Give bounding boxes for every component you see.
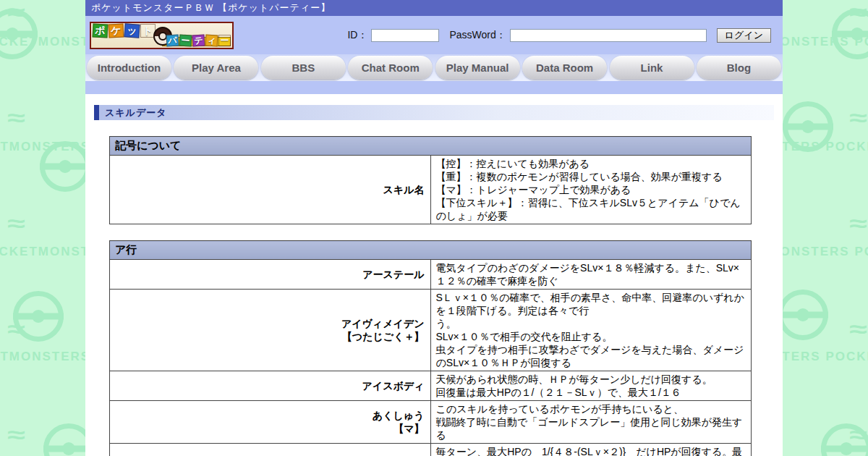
nav-item[interactable]: Data Room xyxy=(522,56,607,80)
skill-desc-cell: 電気タイプのわざのダメージをSLv×１８％軽減する。また、SLv×１２％の確率で… xyxy=(430,260,752,290)
nav-item[interactable]: BBS xyxy=(261,56,346,80)
id-label: ID： xyxy=(347,29,367,42)
table-row: スキル名 【控】：控えにいても効果がある 【重】：複数のポケモンが習得している場… xyxy=(110,156,752,224)
table-row: アーステール 電気タイプのわざのダメージをSLv×１８％軽減する。また、SLv×… xyxy=(110,260,752,290)
skill-name-cell: あさのひざし xyxy=(110,444,431,456)
skill-name-cell: アイスボディ xyxy=(110,371,431,401)
nav-item[interactable]: Blog xyxy=(697,56,781,80)
login-button[interactable]: ログイン xyxy=(717,28,771,43)
nav-item[interactable]: Link xyxy=(610,56,694,80)
skill-desc-cell: 【控】：控えにいても効果がある 【重】：複数のポケモンが習得している場合、効果が… xyxy=(430,156,752,224)
login-form: ID： PassWord： ログイン xyxy=(347,25,771,46)
logo-char: パ xyxy=(166,35,179,47)
logo-char: ー xyxy=(218,35,231,46)
skill-name-cell: アーステール xyxy=(110,260,431,290)
nav-item[interactable]: Play Manual xyxy=(435,56,520,80)
title-bar: ポケットモンスターＰＢＷ 【ポケットパーティー】 xyxy=(85,0,783,16)
skill-table: ア行 アーステール 電気タイプのわざのダメージをSLv×１８％軽減する。また、S… xyxy=(109,240,752,456)
nav-item[interactable]: Play Area xyxy=(174,56,258,80)
table-row: あさのひざし 毎ターン、最大HPの 1/{４８-(SLｖ×２)} だけHPが回復… xyxy=(110,444,752,456)
logo-char: ポ xyxy=(93,23,109,38)
table-header-row: ア行 xyxy=(110,241,752,260)
logo-char: テ xyxy=(192,34,205,46)
skill-name-cell: アイヴィメイデン 【つたじごく＋】 xyxy=(110,290,431,371)
site-column: ポケットモンスターＰＢＷ 【ポケットパーティー】 ポケット パーティー ID： … xyxy=(85,0,783,456)
section-title: スキルデータ xyxy=(105,105,167,120)
logo-text-top: ポケット xyxy=(93,24,156,38)
site-logo[interactable]: ポケット パーティー xyxy=(90,22,234,49)
header: ポケット パーティー ID： PassWord： ログイン xyxy=(85,16,783,54)
skill-name-cell: スキル名 xyxy=(110,156,431,224)
section-accent-bar xyxy=(94,105,99,120)
content-area: スキルデータ 記号について スキル名 【控】：控えにいても効果がある 【重】：複… xyxy=(85,94,783,456)
skill-desc-cell: 天候があられ状態の時、ＨＰが毎ターン少しだけ回復する。 回復量は最大HPの１/（… xyxy=(430,371,752,401)
skill-desc-cell: このスキルを持っているポケモンが手持ちにいると、 戦闘終了時に自動で「ゴールドス… xyxy=(430,401,752,444)
logo-char: ィ xyxy=(205,35,218,47)
site-title: ポケットモンスターＰＢＷ 【ポケットパーティー】 xyxy=(91,2,331,13)
table-row: アイスボディ 天候があられ状態の時、ＨＰが毎ターン少しだけ回復する。 回復量は最… xyxy=(110,371,752,401)
header-bottom-strip xyxy=(85,81,783,94)
logo-text-bottom: パーティー xyxy=(166,35,231,46)
id-input[interactable] xyxy=(371,29,439,42)
skill-desc-cell: SＬｖ×１０％の確率で、相手の素早さ、命中率、回避率のいずれかを１段階下げる。判… xyxy=(430,290,752,371)
main-nav: IntroductionPlay AreaBBSChat RoomPlay Ma… xyxy=(85,54,783,81)
nav-item[interactable]: Introduction xyxy=(87,56,171,80)
nav-item[interactable]: Chat Room xyxy=(348,56,433,80)
skill-name-cell: あくしゅう 【マ】 xyxy=(110,401,431,444)
table-header-row: 記号について xyxy=(110,137,752,156)
logo-char: ケ xyxy=(109,23,124,38)
logo-char: ー xyxy=(179,35,192,47)
password-label: PassWord： xyxy=(449,29,506,42)
section-header: スキルデータ xyxy=(94,105,774,120)
table-row: あくしゅう 【マ】 このスキルを持っているポケモンが手持ちにいると、 戦闘終了時… xyxy=(110,401,752,444)
logo-char: ッ xyxy=(124,23,140,38)
password-input[interactable] xyxy=(510,29,707,42)
table-header: 記号について xyxy=(110,137,752,156)
skill-desc-cell: 毎ターン、最大HPの 1/{４８-(SLｖ×２)} だけHPが回復する。最大１/… xyxy=(430,444,752,456)
symbol-table: 記号について スキル名 【控】：控えにいても効果がある 【重】：複数のポケモンが… xyxy=(109,136,752,224)
table-header: ア行 xyxy=(110,241,752,260)
table-row: アイヴィメイデン 【つたじごく＋】 SＬｖ×１０％の確率で、相手の素早さ、命中率… xyxy=(110,290,752,371)
